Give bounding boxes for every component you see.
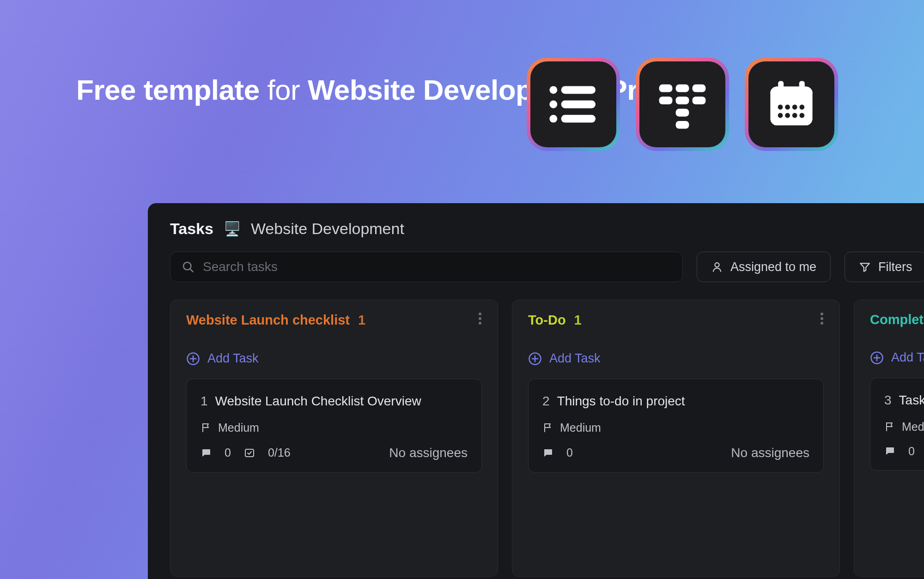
- svg-rect-10: [676, 96, 689, 104]
- app-header: Tasks 🖥️ Website Development: [170, 220, 924, 238]
- kanban-board: Website Launch checklist 1 Add Task 1 We…: [170, 300, 924, 577]
- list-view-icon: [546, 77, 601, 132]
- subtask-icon: [244, 447, 255, 458]
- svg-rect-8: [693, 84, 706, 92]
- tile-list-view[interactable]: [527, 58, 620, 151]
- svg-point-22: [778, 113, 783, 118]
- svg-point-2: [549, 101, 557, 109]
- svg-rect-6: [659, 84, 673, 92]
- card-footer: 0: [884, 445, 924, 458]
- card-title: Tasks in progress thoroughly: [899, 391, 924, 410]
- svg-point-4: [549, 115, 557, 123]
- card-title-row: 2 Things to-do in project: [542, 392, 809, 411]
- flag-icon: [884, 421, 895, 432]
- svg-point-30: [479, 317, 481, 320]
- task-card[interactable]: 2 Things to-do in project Medium 0 No as…: [528, 379, 824, 473]
- task-card[interactable]: 1 Website Launch Checklist Overview Medi…: [186, 379, 482, 473]
- svg-line-27: [190, 269, 193, 271]
- no-assignees-label: No assignees: [731, 446, 809, 460]
- svg-point-24: [792, 113, 797, 118]
- svg-rect-3: [561, 101, 596, 109]
- svg-point-25: [799, 113, 804, 118]
- comment-icon: [542, 447, 553, 458]
- svg-point-20: [792, 105, 797, 110]
- comment-count: 0: [225, 446, 231, 459]
- card-title-row: 3 Tasks in progress thoroughly: [884, 391, 924, 410]
- view-tiles: [527, 58, 838, 151]
- add-task-button[interactable]: Add Task: [854, 339, 924, 378]
- comment-count: 0: [908, 445, 915, 458]
- search-input[interactable]: [203, 259, 671, 274]
- subtask-count: 0/16: [268, 446, 291, 459]
- svg-point-31: [479, 322, 481, 325]
- user-icon: [711, 261, 723, 273]
- svg-point-19: [785, 105, 790, 110]
- add-task-button[interactable]: Add Task: [512, 340, 839, 379]
- search-icon: [182, 260, 195, 273]
- add-task-label: Add Task: [549, 351, 601, 366]
- calendar-view-icon: [764, 77, 819, 132]
- add-task-label: Add Task: [891, 350, 924, 365]
- svg-rect-13: [676, 121, 689, 129]
- column-count: 1: [574, 313, 582, 328]
- card-number: 1: [201, 392, 208, 411]
- column-completed: Completed Tasks Add Task 3 Tasks in prog…: [854, 300, 924, 577]
- svg-point-29: [479, 313, 481, 315]
- add-task-label: Add Task: [207, 351, 259, 366]
- priority-label: Medium: [902, 420, 924, 434]
- svg-point-0: [549, 86, 557, 94]
- svg-rect-7: [676, 84, 689, 92]
- headline-part2: for: [260, 74, 308, 106]
- priority-label: Medium: [218, 421, 259, 434]
- card-footer: 0 No assignees: [542, 446, 809, 460]
- assigned-to-me-button[interactable]: Assigned to me: [697, 252, 831, 282]
- column-website-launch: Website Launch checklist 1 Add Task 1 We…: [170, 300, 498, 577]
- priority-row: Medium: [201, 421, 468, 434]
- tile-calendar-view[interactable]: [745, 58, 838, 151]
- priority-row: Medium: [884, 420, 924, 434]
- plus-circle-icon: [870, 351, 884, 365]
- filter-icon: [859, 261, 871, 273]
- card-footer: 0 0/16 No assignees: [201, 446, 468, 460]
- card-number: 2: [542, 392, 550, 411]
- project-name: Website Development: [251, 220, 404, 238]
- priority-label: Medium: [560, 421, 601, 434]
- project-emoji: 🖥️: [224, 221, 241, 237]
- headline-part1: Free template: [76, 74, 260, 106]
- svg-rect-17: [770, 87, 812, 99]
- search-box[interactable]: [170, 252, 683, 282]
- no-assignees-label: No assignees: [389, 446, 468, 460]
- svg-rect-12: [676, 109, 689, 117]
- column-more-button[interactable]: [478, 312, 482, 328]
- filters-label: Filters: [878, 260, 912, 274]
- svg-rect-5: [561, 115, 596, 123]
- svg-point-18: [778, 105, 783, 110]
- column-title: Website Launch checklist: [186, 313, 350, 328]
- plus-circle-icon: [186, 352, 200, 366]
- svg-point-36: [821, 313, 823, 315]
- column-header: Website Launch checklist 1: [170, 300, 498, 340]
- column-title: To-Do: [528, 313, 566, 328]
- column-more-button[interactable]: [820, 312, 824, 328]
- tile-board-view[interactable]: [636, 58, 729, 151]
- priority-row: Medium: [542, 421, 809, 434]
- app-window: Tasks 🖥️ Website Development Assigned to…: [148, 203, 924, 579]
- column-title: Completed Tasks: [870, 312, 924, 327]
- svg-rect-35: [245, 449, 254, 457]
- task-card[interactable]: 3 Tasks in progress thoroughly Medium 0: [870, 378, 924, 470]
- add-task-button[interactable]: Add Task: [170, 340, 498, 379]
- card-title: Things to-do in project: [557, 392, 685, 411]
- svg-point-37: [821, 317, 823, 320]
- assigned-to-me-label: Assigned to me: [730, 260, 816, 274]
- column-count: 1: [358, 313, 365, 328]
- card-number: 3: [884, 391, 892, 410]
- comment-icon: [884, 446, 895, 457]
- board-view-icon: [655, 77, 710, 132]
- svg-point-21: [799, 105, 804, 110]
- filters-button[interactable]: Filters: [845, 252, 924, 282]
- column-header: To-Do 1: [512, 300, 839, 340]
- tasks-label: Tasks: [170, 220, 213, 238]
- column-todo: To-Do 1 Add Task 2 Things to-do in proje…: [512, 300, 840, 577]
- svg-point-38: [821, 322, 823, 325]
- svg-rect-11: [693, 96, 706, 104]
